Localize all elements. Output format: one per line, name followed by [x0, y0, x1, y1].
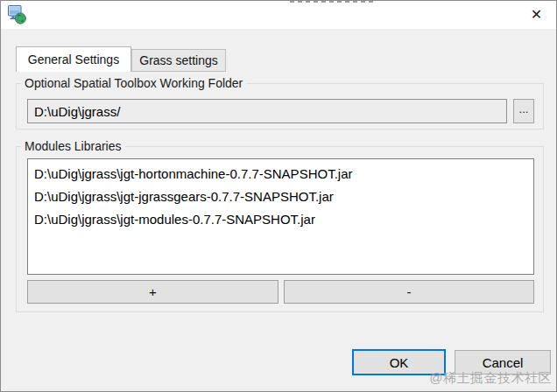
computer-globe-icon: [8, 5, 26, 24]
top-edge-artifact: [290, 1, 374, 3]
tab-general-settings-label: General Settings: [28, 52, 119, 66]
modules-group-title: Modules Libraries: [21, 139, 125, 153]
working-folder-group-title: Optional Spatial Toolbox Working Folder: [21, 76, 246, 90]
list-item[interactable]: D:\uDig\jgrass\jgt-modules-0.7.7-SNAPSHO…: [28, 208, 533, 231]
cancel-button[interactable]: Cancel: [455, 350, 551, 374]
titlebar: ✕: [1, 1, 556, 29]
settings-dialog-window: ✕ General Settings Grass settings Option…: [0, 0, 557, 392]
list-item[interactable]: D:\uDig\jgrass\jgt-hortonmachine-0.7.7-S…: [28, 163, 533, 186]
list-item[interactable]: D:\uDig\jgrass\jgt-jgrassgears-0.7.7-SNA…: [28, 186, 533, 208]
remove-module-button[interactable]: -: [284, 280, 534, 304]
add-module-button[interactable]: +: [27, 280, 278, 304]
tab-grass-settings[interactable]: Grass settings: [131, 49, 226, 72]
close-icon: ✕: [531, 6, 542, 23]
modules-listbox[interactable]: D:\uDig\jgrass\jgt-hortonmachine-0.7.7-S…: [27, 158, 534, 275]
ok-button[interactable]: OK: [352, 349, 446, 375]
browse-button[interactable]: ...: [513, 99, 534, 123]
working-folder-input[interactable]: [27, 99, 507, 123]
tab-grass-settings-label: Grass settings: [139, 53, 217, 67]
tab-general-settings[interactable]: General Settings: [16, 46, 131, 72]
close-button[interactable]: ✕: [517, 1, 556, 28]
